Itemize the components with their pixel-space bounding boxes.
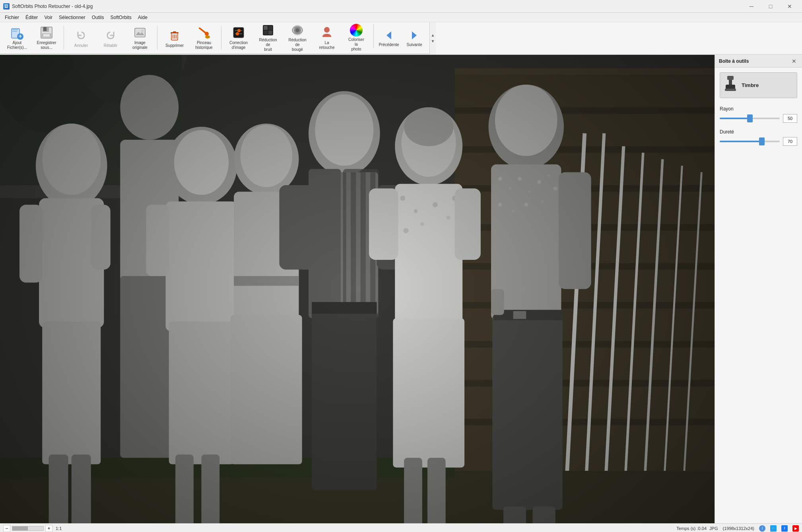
svg-point-22 <box>205 35 210 39</box>
facebook-icon[interactable]: f <box>781 525 788 532</box>
menu-editer[interactable]: Éditer <box>22 13 41 22</box>
main-area: Boîte à outils ✕ Timbre Ray <box>0 55 802 523</box>
window-title: SoftOrbits Photo Retoucher - old-4.jpg <box>12 4 742 9</box>
status-bar: − + 1:1 Temps (s) :0.04 JPG (1998x1312x2… <box>0 523 802 532</box>
toolbar-nav: Précédente Suivante <box>372 24 426 52</box>
zoom-out-button[interactable]: − <box>3 525 10 532</box>
svg-rect-7 <box>43 27 47 31</box>
zoom-controls: − + 1:1 <box>3 525 62 532</box>
colorize-icon <box>349 24 363 37</box>
menu-bar: Fichier Éditer Voir Sélectionner Outils … <box>0 13 802 22</box>
svg-rect-33 <box>268 31 272 35</box>
original-image-button[interactable]: Image originale <box>126 24 154 52</box>
add-files-icon: + <box>10 25 24 40</box>
noise-reduction-button[interactable]: Réduction de bruit <box>254 24 282 52</box>
menu-voir[interactable]: Voir <box>41 13 56 22</box>
menu-outils[interactable]: Outils <box>89 13 107 22</box>
blur-reduction-label: Réduction de bougé <box>288 38 306 52</box>
colorize-label: Coloriser la photo <box>348 37 364 52</box>
maximize-button[interactable]: □ <box>761 0 780 13</box>
save-button[interactable]: Enregistrer sous... <box>33 24 60 52</box>
menu-softorbits[interactable]: SoftOrbits <box>107 13 134 22</box>
time-value: Temps (s) :0.04 <box>676 526 707 531</box>
stamp-label: Timbre <box>742 82 759 88</box>
svg-rect-30 <box>264 26 268 30</box>
colorize-button[interactable]: Coloriser la photo <box>342 24 370 52</box>
blur-reduction-button[interactable]: Réduction de bougé <box>284 24 311 52</box>
next-icon <box>408 29 421 43</box>
side-panel: Boîte à outils ✕ Timbre Ray <box>715 55 802 523</box>
menu-selectionner[interactable]: Sélectionner <box>56 13 89 22</box>
redo-button[interactable]: Rétablir <box>97 24 124 52</box>
svg-marker-39 <box>386 31 391 39</box>
retouch-button[interactable]: La retouche <box>313 24 341 52</box>
correction-button[interactable]: Correction d'image <box>225 24 252 52</box>
svg-point-26 <box>237 29 241 32</box>
durete-slider-fill <box>720 141 762 142</box>
durete-slider-thumb[interactable] <box>759 137 765 145</box>
original-image-label: Image originale <box>132 41 148 50</box>
svg-marker-40 <box>412 31 417 39</box>
brush-button[interactable]: Pinceau historique <box>190 24 218 52</box>
svg-rect-16 <box>173 31 176 33</box>
svg-rect-144 <box>0 55 715 523</box>
minimize-button[interactable]: ─ <box>742 0 761 13</box>
durete-slider-row: 70 <box>720 137 797 146</box>
delete-button[interactable]: Supprimer <box>161 24 188 52</box>
brush-icon <box>197 25 211 40</box>
svg-point-28 <box>236 32 239 35</box>
menu-fichier[interactable]: Fichier <box>2 13 22 22</box>
side-panel-content: Timbre Rayon 50 Dureté <box>715 68 802 523</box>
svg-rect-9 <box>43 34 50 37</box>
dimensions-value: (1998x1312x24) <box>722 526 754 531</box>
save-label: Enregistrer sous... <box>37 41 56 50</box>
svg-rect-1 <box>12 29 18 30</box>
svg-rect-2 <box>12 31 17 32</box>
retouch-icon <box>320 25 334 40</box>
separator-1 <box>64 26 64 50</box>
menu-aide[interactable]: Aide <box>135 13 151 22</box>
durete-label: Dureté <box>720 129 797 135</box>
title-bar: 🖼 SoftOrbits Photo Retoucher - old-4.jpg… <box>0 0 802 13</box>
photo-container <box>0 55 715 523</box>
svg-rect-149 <box>725 89 736 91</box>
stamp-icon <box>723 76 738 95</box>
rayon-slider-thumb[interactable] <box>747 114 753 122</box>
twitter-icon[interactable]: 🐦 <box>770 525 777 532</box>
redo-label: Rétablir <box>104 43 117 48</box>
durete-slider-track[interactable] <box>720 141 780 142</box>
status-right: Temps (s) :0.04 JPG (1998x1312x24) i 🐦 f… <box>676 525 799 532</box>
undo-button[interactable]: Annuler <box>67 24 95 52</box>
scroll-down-arrow[interactable]: ▼ <box>430 38 436 44</box>
prev-button[interactable]: Précédente <box>377 24 401 52</box>
redo-icon <box>103 28 118 43</box>
side-panel-close-button[interactable]: ✕ <box>790 58 798 64</box>
svg-point-13 <box>141 29 144 32</box>
side-panel-header: Boîte à outils ✕ <box>715 55 802 68</box>
svg-point-21 <box>205 32 209 36</box>
zoom-in-button[interactable]: + <box>45 525 52 532</box>
canvas-area[interactable] <box>0 55 715 523</box>
add-files-label: Ajout Fichier(s)... <box>7 41 27 50</box>
svg-rect-147 <box>729 80 732 85</box>
info-icon[interactable]: i <box>759 525 765 532</box>
scroll-up-arrow[interactable]: ▲ <box>430 32 436 38</box>
svg-point-36 <box>295 28 299 32</box>
delete-icon <box>167 28 182 43</box>
toolbar-scroll: ▲ ▼ <box>429 22 436 54</box>
rayon-slider-track[interactable] <box>720 118 780 119</box>
durete-value[interactable]: 70 <box>783 137 797 146</box>
rayon-value[interactable]: 50 <box>783 114 797 123</box>
rayon-label: Rayon <box>720 106 797 112</box>
app-icon: 🖼 <box>3 3 10 10</box>
svg-point-38 <box>324 27 330 33</box>
zoom-slider[interactable] <box>12 526 44 531</box>
side-panel-title: Boîte à outils <box>719 58 749 64</box>
delete-label: Supprimer <box>165 43 184 48</box>
next-button[interactable]: Suivante <box>402 24 426 52</box>
add-files-button[interactable]: + Ajout Fichier(s)... <box>3 24 31 52</box>
youtube-icon[interactable]: ▶ <box>792 525 799 532</box>
correction-label: Correction d'image <box>229 41 248 50</box>
close-button[interactable]: ✕ <box>781 0 799 13</box>
svg-rect-146 <box>727 76 734 80</box>
